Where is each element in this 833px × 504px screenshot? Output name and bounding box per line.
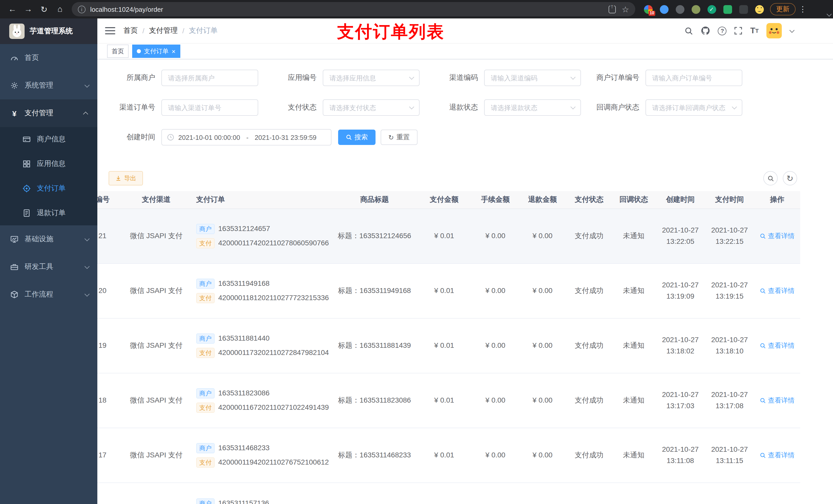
- merchant-order-no: 1635311157136: [218, 498, 269, 504]
- notify-status-select[interactable]: [646, 104, 742, 112]
- filter-label: 支付状态: [270, 103, 323, 112]
- cell-pay-amount: ¥ 0.01: [416, 340, 472, 351]
- green-square-extension-icon[interactable]: [721, 3, 734, 16]
- sidebar-item-infra[interactable]: 基础设施: [0, 225, 97, 253]
- refund-status-select[interactable]: [485, 104, 580, 112]
- breadcrumb-home[interactable]: 首页: [123, 26, 138, 35]
- help-icon[interactable]: ?: [718, 26, 727, 35]
- browser-menu-icon[interactable]: ⋮: [798, 5, 808, 14]
- dark-pin-extension-icon[interactable]: [737, 3, 750, 16]
- url-text[interactable]: localhost:1024/pay/order: [90, 5, 609, 13]
- sidebar-item-workflow[interactable]: 工作流程: [0, 281, 97, 308]
- reset-button[interactable]: ↻ 重置: [381, 129, 418, 145]
- toolbar-chevron-icon[interactable]: [827, 11, 832, 17]
- view-detail-link[interactable]: 查看详情: [760, 286, 794, 296]
- cell-channel: 微信 JSAPI 支付: [125, 340, 187, 351]
- share-icon[interactable]: [609, 5, 616, 13]
- cell-pay-time: 2021-10-27 13:17:08: [705, 389, 754, 412]
- export-button[interactable]: 导出: [109, 171, 143, 186]
- close-icon[interactable]: ×: [172, 48, 175, 54]
- pay-order-no: 4200001167202110271022491439: [218, 402, 329, 413]
- bookmark-star-icon[interactable]: ☆: [622, 4, 629, 14]
- gray-extension-icon[interactable]: [673, 3, 687, 16]
- browser-update-button[interactable]: 更新: [770, 3, 795, 15]
- view-detail-link[interactable]: 查看详情: [760, 395, 794, 406]
- merchant-order-no: 1635311468233: [218, 443, 269, 454]
- tab-home[interactable]: 首页: [107, 45, 128, 58]
- view-detail-link[interactable]: 查看详情: [760, 341, 794, 351]
- app-no-select[interactable]: [323, 74, 419, 82]
- column-header: 手续金额: [472, 194, 519, 205]
- tab-pay-order[interactable]: 支付订单 ×: [132, 45, 180, 58]
- view-detail-link[interactable]: 查看详情: [760, 450, 794, 460]
- font-size-icon[interactable]: TT: [750, 26, 759, 35]
- cell-notify-status: 未通知: [612, 450, 656, 461]
- fullscreen-icon[interactable]: [734, 27, 743, 35]
- cell-title: 标题：1635311949168: [333, 285, 416, 296]
- sidebar-item-system[interactable]: 系统管理: [0, 72, 97, 99]
- cell-notify-status: 未通知: [612, 231, 656, 241]
- extensions-area: 10 ✓: [641, 3, 766, 16]
- browser-forward-button[interactable]: →: [21, 2, 35, 16]
- sidebar-item-devtools[interactable]: 研发工具: [0, 253, 97, 281]
- palette-extension-icon[interactable]: 10: [641, 3, 655, 16]
- chevron-down-icon: [85, 291, 90, 296]
- refresh-table-button[interactable]: ↻: [783, 171, 797, 186]
- table-section: 编号支付渠道支付订单商品标题支付金额手续金额退款金额支付状态回调状态创建时间支付…: [97, 191, 833, 504]
- pay-status-select[interactable]: [323, 104, 419, 112]
- cell-fee-amount: ¥ 0.00: [472, 450, 519, 461]
- channel-code-select[interactable]: [485, 74, 580, 82]
- cell-channel: 微信 JSAPI 支付: [125, 395, 187, 406]
- channel-order-no-input[interactable]: [162, 104, 258, 112]
- sidebar-item-home[interactable]: 首页: [0, 44, 97, 72]
- sidebar-item-refund-order[interactable]: 退款订单: [0, 201, 97, 225]
- chevron-down-icon[interactable]: [789, 27, 794, 32]
- pay-order-no: 4200001181202110277723215336: [218, 292, 329, 304]
- address-bar[interactable]: i localhost:1024/pay/order ☆: [72, 2, 635, 16]
- cell-pay-time: 2021-10-27 13:19:15: [705, 280, 754, 302]
- cell-pay-order: 商户 1635311949168 支付 42000011812021102777…: [187, 279, 333, 304]
- cell-id: 18: [97, 395, 125, 406]
- cell-pay-amount: ¥ 0.01: [416, 450, 472, 461]
- merchant-select[interactable]: [162, 74, 258, 82]
- merchant-order-no: 1635311823086: [218, 388, 269, 399]
- view-detail-link[interactable]: 查看详情: [760, 231, 794, 241]
- filter-label: 创建时间: [109, 133, 161, 142]
- check-extension-icon[interactable]: ✓: [705, 3, 718, 16]
- column-header: 商品标题: [333, 194, 416, 205]
- create-time-range-picker[interactable]: 2021-10-01 00:00:00 - 2021-10-31 23:59:5…: [161, 129, 331, 145]
- browser-back-button[interactable]: ←: [5, 2, 20, 16]
- chevron-down-icon: [85, 264, 90, 269]
- toggle-search-button[interactable]: [763, 171, 778, 186]
- search-icon[interactable]: [685, 26, 693, 35]
- cell-fee-amount: ¥ 0.00: [472, 340, 519, 351]
- cell-channel: 微信 JSAPI 支付: [125, 285, 187, 296]
- breadcrumb-payment[interactable]: 支付管理: [149, 26, 178, 35]
- drop-extension-icon[interactable]: [657, 3, 671, 16]
- cell-pay-order: 商户 1635311881440 支付 42000011732021102728…: [187, 333, 333, 359]
- sidebar-item-app-info[interactable]: 应用信息: [0, 152, 97, 176]
- chevron-up-icon: [83, 112, 88, 117]
- avatar[interactable]: [766, 23, 782, 39]
- search-button[interactable]: 搜索: [338, 129, 376, 145]
- browser-refresh-button[interactable]: ↻: [37, 2, 51, 16]
- olive-extension-icon[interactable]: [689, 3, 703, 16]
- sidebar-toggle-button[interactable]: [105, 27, 115, 34]
- cell-channel: 微信 JSAPI 支付: [125, 231, 187, 241]
- cell-pay-time: 2021-10-27 13:18:10: [705, 335, 754, 357]
- date-end: 2021-10-31 23:59:59: [255, 134, 316, 141]
- github-icon[interactable]: [701, 26, 710, 35]
- site-info-icon[interactable]: i: [78, 5, 86, 13]
- cell-pay-time: 2021-10-27 13:11:15: [705, 444, 754, 466]
- sidebar-item-merchant-info[interactable]: 商户信息: [0, 127, 97, 152]
- sidebar-item-pay-order[interactable]: 支付订单: [0, 176, 97, 201]
- table-body: 21 微信 JSAPI 支付 商户 1635312124657 支付 42000…: [97, 209, 800, 504]
- pay-order-no: 4200001174202110278060590766: [218, 238, 329, 249]
- cell-id: 20: [97, 285, 125, 296]
- sidebar-item-payment[interactable]: ¥ 支付管理: [0, 99, 97, 127]
- merchant-badge: 商户: [196, 498, 215, 504]
- cell-pay-order: 商户 1635311468233 支付 42000011942021102767…: [187, 443, 333, 468]
- emoji-extension-icon[interactable]: [753, 3, 766, 16]
- browser-home-button[interactable]: ⌂: [53, 2, 67, 16]
- merchant-order-no-input[interactable]: [646, 74, 742, 82]
